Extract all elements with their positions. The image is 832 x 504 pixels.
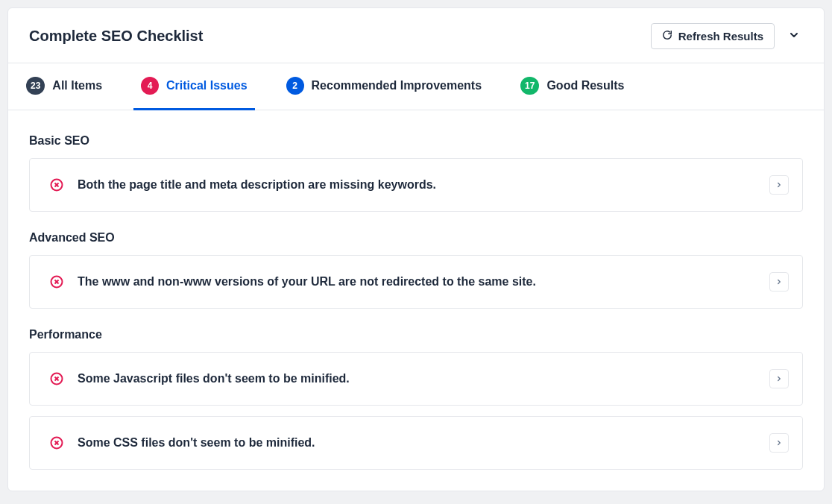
- tab-badge: 4: [141, 77, 159, 95]
- expand-button[interactable]: [769, 175, 789, 195]
- tab-label: Recommended Improvements: [312, 79, 482, 92]
- page-title: Complete SEO Checklist: [29, 28, 203, 45]
- seo-checklist-card: Complete SEO Checklist Refresh Results: [7, 7, 825, 491]
- refresh-label: Refresh Results: [678, 30, 763, 42]
- error-icon: [49, 274, 64, 289]
- issue-text: Some Javascript files don't seem to be m…: [78, 372, 756, 385]
- tab-label: All Items: [52, 79, 102, 92]
- chevron-right-icon: [775, 438, 783, 449]
- expand-button[interactable]: [769, 369, 789, 388]
- collapse-toggle[interactable]: [785, 28, 803, 45]
- tab-badge: 23: [26, 77, 45, 95]
- tab-critical-issues[interactable]: 4 Critical Issues: [133, 63, 255, 110]
- tab-badge: 17: [520, 77, 539, 95]
- issue-text: Some CSS files don't seem to be minified…: [78, 436, 756, 450]
- header-actions: Refresh Results: [651, 23, 803, 49]
- error-icon: [49, 435, 64, 450]
- tab-all-items[interactable]: 23 All Items: [19, 63, 110, 110]
- content: Basic SEO Both the page title and meta d…: [8, 110, 824, 491]
- refresh-button[interactable]: Refresh Results: [651, 23, 775, 49]
- section-title-performance: Performance: [29, 328, 803, 341]
- issue-row[interactable]: Some CSS files don't seem to be minified…: [29, 416, 803, 470]
- tab-badge: 2: [286, 77, 304, 95]
- error-icon: [49, 371, 64, 386]
- chevron-right-icon: [775, 180, 783, 191]
- section-title-basic-seo: Basic SEO: [29, 134, 803, 148]
- issue-text: Both the page title and meta description…: [78, 178, 756, 192]
- tab-recommended-improvements[interactable]: 2 Recommended Improvements: [279, 63, 490, 110]
- chevron-right-icon: [775, 277, 783, 288]
- expand-button[interactable]: [769, 433, 789, 453]
- expand-button[interactable]: [769, 272, 789, 292]
- issue-row[interactable]: Some Javascript files don't seem to be m…: [29, 352, 803, 406]
- chevron-down-icon: [788, 29, 800, 44]
- tab-label: Good Results: [546, 79, 624, 92]
- tab-good-results[interactable]: 17 Good Results: [513, 63, 631, 110]
- issue-row[interactable]: The www and non-www versions of your URL…: [29, 255, 803, 309]
- error-icon: [49, 177, 64, 192]
- issue-row[interactable]: Both the page title and meta description…: [29, 158, 803, 212]
- tab-label: Critical Issues: [166, 79, 248, 92]
- section-title-advanced-seo: Advanced SEO: [29, 231, 803, 245]
- tabs: 23 All Items 4 Critical Issues 2 Recomme…: [8, 63, 824, 110]
- refresh-icon: [662, 30, 672, 42]
- header: Complete SEO Checklist Refresh Results: [8, 8, 824, 63]
- issue-text: The www and non-www versions of your URL…: [78, 275, 756, 289]
- chevron-right-icon: [775, 374, 783, 385]
